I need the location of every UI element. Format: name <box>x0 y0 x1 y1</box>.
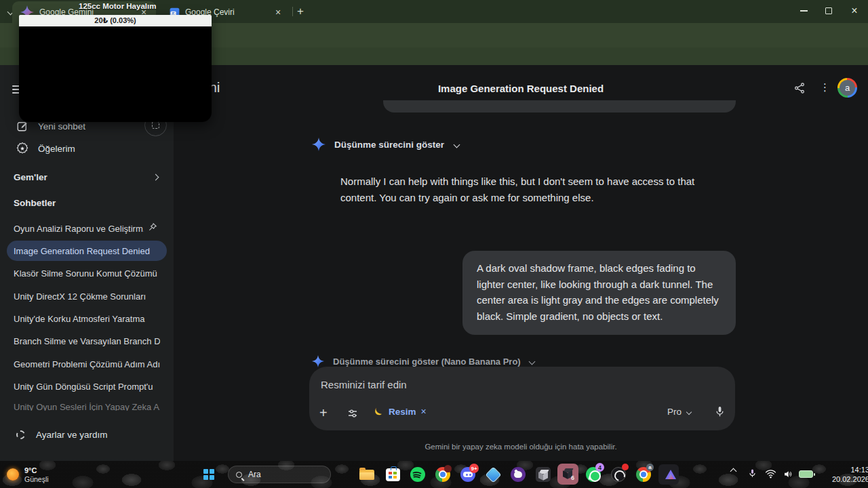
weather-condition: Güneşli <box>24 475 49 483</box>
window-maximize-button[interactable] <box>816 0 841 22</box>
system-tray: 14:13 20.02.2026 <box>726 461 740 488</box>
conversation-menu-icon[interactable]: ⋮ <box>820 81 830 94</box>
gemini-sidebar: Yeni sohbet Öğelerim Gem'ler Sohbetler O… <box>0 65 174 461</box>
a-glyph <box>665 470 676 479</box>
pin-icon[interactable] <box>148 222 157 232</box>
tray-microphone-icon[interactable] <box>747 468 757 479</box>
gems-section-toggle[interactable]: Gem'ler <box>0 167 174 187</box>
chat-item[interactable]: Unity Gün Döngüsü Script Prompt'u <box>7 376 167 396</box>
prompt-input-box[interactable]: Resminizi tarif edin + Resim × Pro <box>309 367 735 430</box>
share-icon[interactable] <box>793 82 806 94</box>
chat-item[interactable]: Klasör Silme Sorunu Komut Çözümü <box>7 263 167 283</box>
model-label: Pro <box>667 407 682 417</box>
weather-temp: 9°C <box>24 466 49 475</box>
chat-item[interactable]: Unity'de Korku Atmosferi Yaratma <box>7 308 167 329</box>
banana-icon <box>374 407 384 417</box>
hidden-icons-chevron[interactable] <box>730 468 737 475</box>
tab-close-icon[interactable]: × <box>273 7 283 17</box>
clock-time: 14:13 <box>825 465 868 474</box>
chat-item-pinned[interactable]: Oyun Analizi Raporu ve Geliştirm... <box>7 218 167 239</box>
window-close-button[interactable]: × <box>842 0 867 22</box>
search-placeholder: Ara <box>248 470 261 479</box>
maximize-icon <box>825 7 832 14</box>
recording-badge <box>622 464 629 470</box>
github-icon[interactable] <box>510 466 526 483</box>
chat-item-clipped[interactable]: Unity Oyun Sesleri İçin Yapay Zeka A... <box>7 403 167 411</box>
star-badge-icon <box>16 142 28 155</box>
thinking-toggle-label: Düşünme sürecini göster <box>334 140 444 150</box>
gems-label: Gem'ler <box>14 172 47 182</box>
obs-icon[interactable] <box>610 466 627 483</box>
spotify-icon[interactable] <box>410 466 426 483</box>
microphone-icon[interactable] <box>713 405 726 418</box>
user-message-text: A dark oval shadow frame, black edges fa… <box>477 260 722 324</box>
desktop-screen: Google Gemini × Google Çeviri × + × ← e3… <box>0 0 868 488</box>
image-mode-chip[interactable]: Resim × <box>374 406 427 417</box>
settings-label: Ayarlar ve yardım <box>36 430 108 440</box>
ai-disclaimer-text: Gemini bir yapay zeka modeli olduğu için… <box>174 443 868 451</box>
tools-tune-icon[interactable] <box>347 407 359 420</box>
gem-app-icon[interactable] <box>485 466 501 483</box>
chrome-icon[interactable] <box>435 466 451 483</box>
sun-icon <box>7 468 19 481</box>
window-minimize-button[interactable] <box>791 0 816 22</box>
hovered-tab-title: 125cc Motor Hayalım <box>79 2 156 10</box>
new-tab-button[interactable]: + <box>297 5 304 18</box>
unity-editor-active-icon[interactable]: 6 <box>560 466 576 483</box>
file-explorer-icon[interactable] <box>359 466 376 483</box>
previous-user-bubble-clipped <box>383 100 736 113</box>
model-reply-text: Normally I can help with things like thi… <box>340 174 722 205</box>
gemini-sparkle-icon <box>312 355 324 367</box>
tab-divider <box>292 7 293 16</box>
tab-hover-preview-card: 20₺ (0.03%) <box>19 15 212 122</box>
chip-close-icon[interactable]: × <box>421 406 427 417</box>
chat-item-selected[interactable]: Image Generation Request Denied <box>7 241 167 261</box>
whatsapp-icon[interactable]: 4 <box>585 466 601 483</box>
thinking-process-toggle-nano[interactable]: Düşünme sürecini göster (Nano Banana Pro… <box>312 355 534 367</box>
google-account-avatar[interactable]: a <box>837 78 857 98</box>
chat-item[interactable]: Branch Silme ve Varsayılan Branch D... <box>7 331 167 351</box>
conversation-title: Image Generation Request Denied <box>174 83 868 94</box>
model-selector[interactable]: Pro <box>667 407 691 417</box>
chrome-badge <box>444 465 452 472</box>
clock-widget[interactable]: 14:13 20.02.2026 <box>825 465 868 484</box>
image-mode-label: Resim <box>389 407 416 417</box>
my-items-label: Öğelerim <box>38 144 75 154</box>
battery-icon[interactable] <box>799 470 813 478</box>
settings-and-help-button[interactable]: Ayarlar ve yardım <box>0 423 174 446</box>
start-button[interactable] <box>203 469 214 480</box>
chats-section-header: Sohbetler <box>14 198 56 208</box>
gear-icon <box>16 430 25 439</box>
windows-taskbar: 9°C Güneşli Ara 9+ <box>0 461 868 488</box>
chevron-right-icon <box>153 174 159 180</box>
weather-widget[interactable]: 9°C Güneşli <box>7 463 49 486</box>
wifi-icon[interactable] <box>765 469 776 479</box>
user-message-bubble: A dark oval shadow frame, black edges fa… <box>462 251 736 335</box>
prompt-placeholder: Resminizi tarif edin <box>321 379 407 390</box>
gemini-page: Yeni sohbet Öğelerim Gem'ler Sohbetler O… <box>0 65 868 461</box>
avatar-letter: a <box>840 80 855 96</box>
new-chat-label: Yeni sohbet <box>38 121 85 131</box>
hover-card-preview-image <box>19 26 212 122</box>
unity-hub-icon[interactable] <box>535 466 551 483</box>
chevron-down-icon <box>454 141 460 148</box>
thinking-process-toggle[interactable]: Düşünme sürecini göster <box>312 138 459 151</box>
discord-badge: 9+ <box>469 464 479 473</box>
microsoft-store-icon[interactable] <box>384 466 401 483</box>
hover-card-caption: 20₺ (0.03%) <box>19 15 212 26</box>
profile-badge: a <box>646 464 654 471</box>
taskbar-search-box[interactable]: Ara <box>228 466 331 483</box>
chat-item[interactable]: Geometri Problemi Çözümü Adım Adım <box>7 354 167 374</box>
my-items-button[interactable]: Öğelerim <box>0 138 174 159</box>
a-gradient-app-icon[interactable] <box>660 466 677 483</box>
clock-date: 20.02.2026 <box>825 474 868 484</box>
chrome-profile-icon[interactable]: a <box>635 466 652 483</box>
chat-item[interactable]: Unity DirectX 12 Çökme Sorunları <box>7 286 167 306</box>
discord-icon[interactable]: 9+ <box>460 466 476 483</box>
gemini-sparkle-icon <box>312 138 326 151</box>
volume-icon[interactable] <box>783 469 793 479</box>
whatsapp-badge: 4 <box>595 463 604 472</box>
temporary-chat-icon <box>152 121 159 129</box>
add-attachment-button[interactable]: + <box>319 405 328 421</box>
spotify-waves <box>410 467 425 482</box>
